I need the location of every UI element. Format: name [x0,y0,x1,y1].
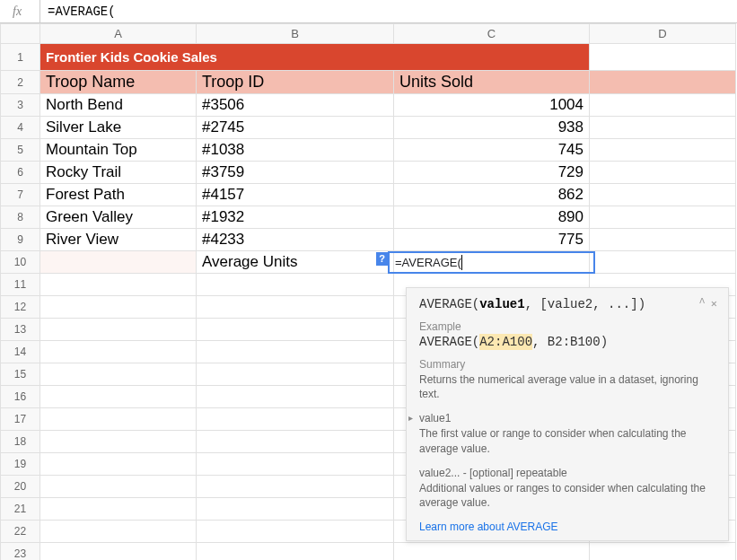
cell-d10[interactable] [590,251,736,274]
cell-b14[interactable] [197,341,394,363]
cell-b13[interactable] [197,319,394,341]
row-header-16[interactable]: 16 [1,386,40,408]
table-cell[interactable]: Silver Lake [40,117,197,139]
table-cell[interactable]: #3759 [197,162,394,184]
cell-d3[interactable] [590,94,736,117]
table-cell[interactable]: 862 [394,184,590,206]
cell-a16[interactable] [40,386,197,408]
cell-d6[interactable] [590,162,736,184]
cell-b21[interactable] [197,498,394,521]
cell-b16[interactable] [197,386,394,408]
cell-b19[interactable] [197,453,394,476]
formula-input[interactable] [40,4,737,19]
cell-a18[interactable] [40,431,197,453]
table-cell[interactable]: 775 [394,229,590,251]
cell-b22[interactable] [197,521,394,543]
cell-c23[interactable] [394,543,590,561]
table-cell[interactable]: Green Valley [40,206,197,229]
row-header-1[interactable]: 1 [1,44,40,71]
tooltip-close-icon[interactable]: ✕ [711,297,717,311]
row-header-12[interactable]: 12 [1,296,40,319]
row-header-15[interactable]: 15 [1,363,40,386]
row-header-22[interactable]: 22 [1,521,40,543]
row-header-9[interactable]: 9 [1,229,40,251]
header-troop-name[interactable]: Troop Name [40,71,197,94]
header-troop-id[interactable]: Troop ID [197,71,394,94]
table-cell[interactable]: River View [40,229,197,251]
cell-a15[interactable] [40,363,197,386]
active-cell-c10[interactable]: ? =AVERAGE( [394,251,590,274]
table-cell[interactable]: 938 [394,117,590,139]
cell-d9[interactable] [590,229,736,251]
table-cell[interactable]: #4157 [197,184,394,206]
row-header-21[interactable]: 21 [1,498,40,521]
row-header-18[interactable]: 18 [1,431,40,453]
cell-b15[interactable] [197,363,394,386]
cell-a20[interactable] [40,476,197,498]
cell-d8[interactable] [590,206,736,229]
col-header-d[interactable]: D [590,24,736,44]
table-cell[interactable]: North Bend [40,94,197,117]
cell-a14[interactable] [40,341,197,363]
row-header-2[interactable]: 2 [1,71,40,94]
row-header-11[interactable]: 11 [1,274,40,296]
row-header-20[interactable]: 20 [1,476,40,498]
row-header-5[interactable]: 5 [1,139,40,162]
cell-b12[interactable] [197,296,394,319]
row-header-3[interactable]: 3 [1,94,40,117]
cell-a23[interactable] [40,543,197,561]
row-header-23[interactable]: 23 [1,543,40,561]
cell-a21[interactable] [40,498,197,521]
table-cell[interactable]: 1004 [394,94,590,117]
row-header-4[interactable]: 4 [1,117,40,139]
cell-a10[interactable] [40,251,197,274]
table-cell[interactable]: Mountain Top [40,139,197,162]
cell-a11[interactable] [40,274,197,296]
cell-d2[interactable] [590,71,736,94]
title-cell[interactable]: Frontier Kids Cookie Sales [40,44,590,71]
cell-d1[interactable] [590,44,736,71]
table-cell[interactable]: 745 [394,139,590,162]
row-header-14[interactable]: 14 [1,341,40,363]
table-cell[interactable]: Rocky Trail [40,162,197,184]
cell-d23[interactable] [590,543,736,561]
row-header-10[interactable]: 10 [1,251,40,274]
cell-a17[interactable] [40,408,197,431]
row-header-13[interactable]: 13 [1,319,40,341]
row-header-17[interactable]: 17 [1,408,40,431]
table-cell[interactable]: #4233 [197,229,394,251]
cell-d5[interactable] [590,139,736,162]
table-cell[interactable]: 890 [394,206,590,229]
cell-b18[interactable] [197,431,394,453]
tooltip-collapse-icon[interactable]: ^ [699,297,706,311]
cell-a13[interactable] [40,319,197,341]
select-all-corner[interactable] [1,24,40,44]
table-cell[interactable]: Forest Path [40,184,197,206]
cell-a22[interactable] [40,521,197,543]
cell-b11[interactable] [197,274,394,296]
row-header-8[interactable]: 8 [1,206,40,229]
col-header-a[interactable]: A [40,24,197,44]
row-header-7[interactable]: 7 [1,184,40,206]
col-header-c[interactable]: C [394,24,590,44]
row-header-19[interactable]: 19 [1,453,40,476]
formula-help-tooltip: AVERAGE(value1, [value2, ...]) ^ ✕ Examp… [406,287,729,541]
learn-more-link[interactable]: Learn more about AVERAGE [419,521,717,533]
cell-a19[interactable] [40,453,197,476]
cell-a12[interactable] [40,296,197,319]
cell-d7[interactable] [590,184,736,206]
cell-b20[interactable] [197,476,394,498]
table-cell[interactable]: #1038 [197,139,394,162]
average-units-label[interactable]: Average Units [197,251,394,274]
table-cell[interactable]: #3506 [197,94,394,117]
formula-help-badge[interactable]: ? [376,252,388,266]
cell-d4[interactable] [590,117,736,139]
row-header-6[interactable]: 6 [1,162,40,184]
table-cell[interactable]: #2745 [197,117,394,139]
header-units-sold[interactable]: Units Sold [394,71,590,94]
col-header-b[interactable]: B [197,24,394,44]
cell-b17[interactable] [197,408,394,431]
cell-b23[interactable] [197,543,394,561]
table-cell[interactable]: 729 [394,162,590,184]
table-cell[interactable]: #1932 [197,206,394,229]
